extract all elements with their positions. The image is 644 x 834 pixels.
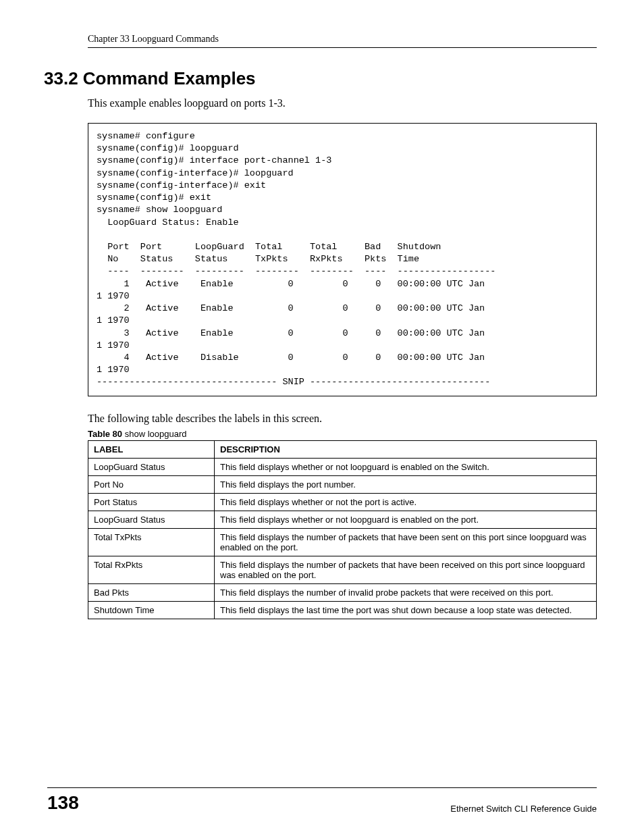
cell-label: Total RxPkts xyxy=(88,556,215,583)
cell-label: Port Status xyxy=(88,493,215,511)
table-intro: The following table describes the labels… xyxy=(88,413,597,425)
col-label: LABEL xyxy=(88,440,215,458)
cell-desc: This field displays whether or not the p… xyxy=(215,493,597,511)
chapter-header: Chapter 33 Loopguard Commands xyxy=(88,34,597,48)
table-caption-num: Table 80 xyxy=(88,429,122,439)
table-row: Total RxPkts This field displays the num… xyxy=(88,556,597,583)
cell-label: Port No xyxy=(88,475,215,493)
section-title: 33.2 Command Examples xyxy=(44,68,597,89)
cell-desc: This field displays the number of packet… xyxy=(215,528,597,556)
table-caption: Table 80 show loopguard xyxy=(88,429,597,439)
table-header-row: LABEL DESCRIPTION xyxy=(88,440,597,458)
table-row: Port No This field displays the port num… xyxy=(88,475,597,493)
table-caption-title: show loopguard xyxy=(122,429,186,439)
cell-desc: This field displays whether or not loopg… xyxy=(215,511,597,528)
page: Chapter 33 Loopguard Commands 33.2 Comma… xyxy=(0,0,644,834)
code-block: sysname# configure sysname(config)# loop… xyxy=(88,123,597,396)
table-row: Shutdown Time This field displays the la… xyxy=(88,601,597,619)
cell-desc: This field displays the number of packet… xyxy=(215,556,597,583)
cell-desc: This field displays the port number. xyxy=(215,475,597,493)
cell-label: Bad Pkts xyxy=(88,583,215,601)
footer-title: Ethernet Switch CLI Reference Guide xyxy=(450,804,597,814)
table-row: Total TxPkts This field displays the num… xyxy=(88,528,597,556)
table-row: LoopGuard Status This field displays whe… xyxy=(88,458,597,475)
table-row: Bad Pkts This field displays the number … xyxy=(88,583,597,601)
cell-label: Shutdown Time xyxy=(88,601,215,619)
page-number: 138 xyxy=(47,792,79,814)
cell-label: Total TxPkts xyxy=(88,528,215,556)
table-row: LoopGuard Status This field displays whe… xyxy=(88,511,597,528)
intro-text: This example enables loopguard on ports … xyxy=(88,97,597,109)
table-row: Port Status This field displays whether … xyxy=(88,493,597,511)
cell-desc: This field displays the number of invali… xyxy=(215,583,597,601)
cell-label: LoopGuard Status xyxy=(88,458,215,475)
cell-desc: This field displays whether or not loopg… xyxy=(215,458,597,475)
page-footer: 138 Ethernet Switch CLI Reference Guide xyxy=(47,787,597,814)
cell-desc: This field displays the last time the po… xyxy=(215,601,597,619)
description-table: LABEL DESCRIPTION LoopGuard Status This … xyxy=(88,440,597,619)
col-description: DESCRIPTION xyxy=(215,440,597,458)
cell-label: LoopGuard Status xyxy=(88,511,215,528)
